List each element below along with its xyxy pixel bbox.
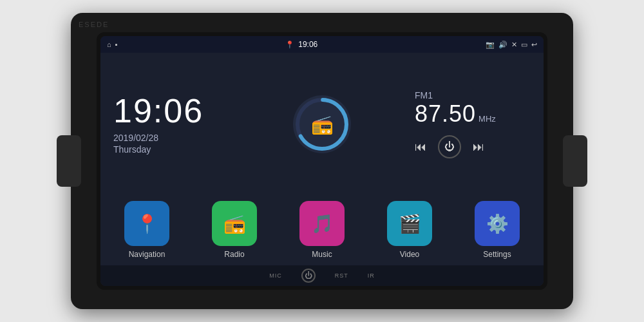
radio-unit: MHz (478, 114, 496, 124)
status-bar-right: 📷 🔊 ✕ ▭ ↩ (486, 41, 537, 49)
app-settings[interactable]: ⚙️ Settings (456, 201, 538, 259)
location-icon: 📍 (285, 41, 294, 49)
radio-app-icon: 📻 (223, 213, 246, 234)
video-icon-bg: 🎬 (387, 201, 432, 246)
navigation-icon: 📍 (136, 213, 158, 234)
radio-circle-panel: 📻 (242, 53, 402, 196)
app-video[interactable]: 🎬 Video (368, 201, 451, 259)
back-icon[interactable]: ↩ (531, 41, 537, 49)
screen-bezel: ⌂ ▪ 📍 19:06 📷 🔊 ✕ ▭ ↩ (97, 32, 547, 290)
settings-icon-bg: ⚙️ (475, 201, 520, 246)
rst-label: RST (335, 272, 348, 279)
radio-label: Radio (224, 250, 244, 259)
screen: ⌂ ▪ 📍 19:06 📷 🔊 ✕ ▭ ↩ (100, 36, 544, 286)
settings-icon: ⚙️ (486, 213, 509, 234)
clock-panel: 19:06 2019/02/28 Thursday (100, 53, 242, 196)
clock-time: 19:06 (113, 94, 229, 128)
radio-icon: 📻 (311, 114, 334, 135)
clock-date: 2019/02/28 (113, 133, 229, 143)
close-status-icon[interactable]: ✕ (511, 41, 517, 49)
navigation-label: Navigation (129, 250, 166, 259)
bracket-right (563, 135, 587, 187)
settings-label: Settings (483, 250, 511, 259)
camera-icon[interactable]: 📷 (486, 41, 495, 49)
radio-band: FM1 (415, 90, 531, 100)
freq-row: 87.50 MHz (415, 100, 531, 128)
power-button[interactable]: ⏻ (438, 135, 461, 158)
mic-label: MIC (269, 272, 282, 279)
menu-icon[interactable]: ▪ (115, 41, 118, 48)
next-track-button[interactable]: ⏭ (473, 140, 484, 154)
status-time: 19:06 (298, 40, 317, 49)
home-icon[interactable]: ⌂ (107, 41, 111, 48)
music-label: Music (312, 250, 332, 259)
radio-icon-bg: 📻 (212, 201, 257, 246)
video-icon: 🎬 (399, 213, 421, 234)
music-icon-bg: 🎵 (299, 201, 345, 246)
watermark-text: ESEDE (79, 21, 109, 28)
status-bar-center: 📍 19:06 (285, 40, 317, 49)
volume-icon[interactable]: 🔊 (498, 41, 507, 49)
bottom-power-button[interactable]: ⏻ (301, 269, 316, 283)
radio-controls: ⏮ ⏻ ⏭ (415, 135, 531, 158)
prev-track-button[interactable]: ⏮ (415, 140, 426, 154)
clock-day: Thursday (113, 144, 229, 155)
bracket-left (57, 135, 81, 187)
window-icon[interactable]: ▭ (521, 41, 527, 49)
app-radio[interactable]: 📻 Radio (193, 201, 276, 259)
status-bar: ⌂ ▪ 📍 19:06 📷 🔊 ✕ ▭ ↩ (100, 36, 544, 53)
video-label: Video (400, 250, 419, 259)
main-content: 19:06 2019/02/28 Thursday 📻 (100, 53, 544, 196)
status-bar-left: ⌂ ▪ (107, 41, 118, 48)
car-head-unit: ESEDE ⌂ ▪ 📍 19:06 📷 🔊 ✕ ▭ (71, 13, 573, 309)
navigation-icon-bg: 📍 (124, 201, 169, 246)
ir-label: IR (368, 272, 375, 279)
app-navigation[interactable]: 📍 Navigation (106, 201, 188, 259)
radio-frequency: 87.50 (415, 100, 476, 128)
radio-info-panel: FM1 87.50 MHz ⏮ ⏻ ⏭ (402, 53, 544, 196)
radio-circle[interactable]: 📻 (293, 95, 351, 153)
music-icon: 🎵 (311, 213, 334, 234)
bottom-bar: MIC ⏻ RST IR (100, 265, 544, 286)
app-music[interactable]: 🎵 Music (281, 201, 363, 259)
app-grid: 📍 Navigation 📻 Radio 🎵 Music (100, 196, 544, 265)
